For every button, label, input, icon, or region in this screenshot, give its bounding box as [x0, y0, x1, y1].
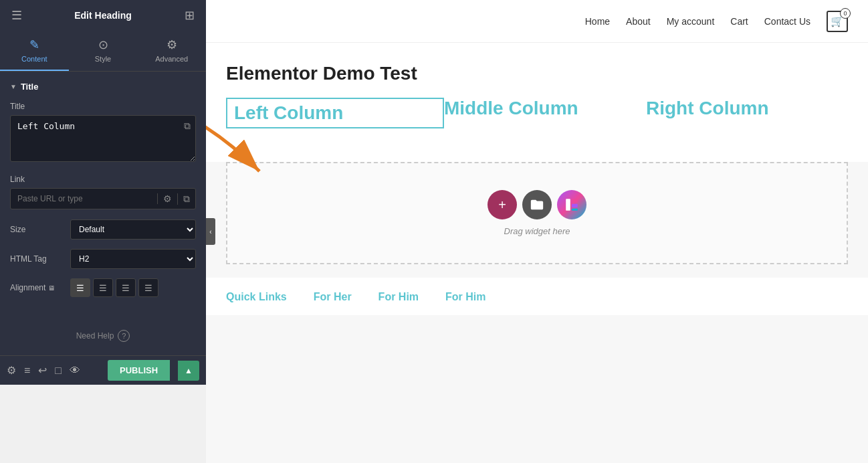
- title-field-label: Title: [10, 102, 196, 111]
- size-select[interactable]: Default Small Medium Large XL XXL: [70, 219, 196, 240]
- right-column-heading[interactable]: Right Column: [646, 98, 848, 128]
- footer-col-2-title: For Her: [314, 291, 352, 303]
- content-tab-icon: ✎: [29, 37, 39, 52]
- size-control: Default Small Medium Large XL XXL: [70, 219, 196, 240]
- tab-content-label: Content: [21, 55, 47, 63]
- svg-rect-4: [572, 209, 578, 211]
- collapse-handle[interactable]: ‹: [206, 218, 215, 245]
- grid-icon[interactable]: ⊞: [179, 8, 199, 23]
- empty-section: + Drag widget here: [226, 162, 848, 264]
- nav-contact[interactable]: Contact Us: [764, 16, 810, 27]
- footer-col-4: For Him: [445, 291, 485, 308]
- bottom-bar: ⚙ ≡ ↩ □ 👁 PUBLISH ▲: [0, 355, 206, 385]
- page-content: Elementor Demo Test Left Column Middle C…: [206, 43, 868, 162]
- align-right-btn[interactable]: ☰: [116, 278, 136, 297]
- tab-advanced[interactable]: ⚙ Advanced: [137, 31, 206, 71]
- style-tab-icon: ⊙: [98, 37, 108, 52]
- alignment-control: ☰ ☰ ☰ ☰: [70, 278, 196, 297]
- footer-col-3-title: For Him: [378, 291, 419, 303]
- nav-home[interactable]: Home: [585, 16, 610, 27]
- footer-col-4-title: For Him: [445, 291, 485, 303]
- nav-about[interactable]: About: [626, 16, 651, 27]
- svg-rect-2: [572, 199, 578, 202]
- need-help-section[interactable]: Need Help ?: [0, 316, 206, 355]
- alignment-buttons: ☰ ☰ ☰ ☰: [70, 278, 196, 297]
- nav-myaccount[interactable]: My account: [667, 16, 715, 27]
- site-header: Home About My account Cart Contact Us 🛒 …: [206, 0, 868, 43]
- link-settings-icon[interactable]: ⚙: [157, 193, 177, 204]
- size-label: Size: [10, 225, 70, 234]
- preview-icon[interactable]: 👁: [70, 365, 80, 377]
- left-column-heading[interactable]: Left Column: [226, 98, 444, 128]
- publish-button[interactable]: PUBLISH: [108, 360, 170, 381]
- html-tag-select[interactable]: H1 H2 H3 H4 H5 H6 div span p: [70, 249, 196, 269]
- align-justify-btn[interactable]: ☰: [138, 278, 158, 297]
- advanced-tab-icon: ⚙: [167, 37, 177, 52]
- middle-column-heading[interactable]: Middle Column: [444, 98, 646, 128]
- svg-rect-1: [566, 199, 570, 211]
- footer-col-3: For Him: [378, 291, 419, 308]
- tab-style[interactable]: ⊙ Style: [69, 31, 138, 71]
- section-title-label: Title: [21, 82, 39, 92]
- cart-count: 0: [840, 8, 851, 19]
- html-tag-control: H1 H2 H3 H4 H5 H6 div span p: [70, 249, 196, 269]
- responsive-icon[interactable]: □: [55, 365, 62, 377]
- link-field-label: Link: [10, 175, 196, 184]
- align-left-btn[interactable]: ☰: [70, 278, 90, 297]
- drag-widget-text: Drag widget here: [504, 226, 570, 236]
- undo-icon[interactable]: ↩: [38, 364, 47, 377]
- title-input-copy-icon[interactable]: ⧉: [184, 120, 191, 132]
- panel-content: ▼ Title Title Left Column ⧉ Link ⚙ ⧉: [0, 72, 206, 316]
- footer-col-1: Quick Links: [226, 291, 287, 308]
- alignment-device-icon: 🖥: [48, 284, 55, 292]
- add-widget-btn[interactable]: +: [487, 190, 517, 219]
- size-row: Size Default Small Medium Large XL XXL: [10, 219, 196, 240]
- html-tag-row: HTML Tag H1 H2 H3 H4 H5 H6 div span p: [10, 249, 196, 269]
- link-input-row: ⚙ ⧉: [10, 188, 196, 209]
- need-help-label: Need Help: [76, 331, 114, 341]
- link-copy-icon[interactable]: ⧉: [177, 193, 195, 205]
- help-icon: ?: [118, 330, 130, 342]
- columns-row: Left Column Middle Column Right Column: [226, 98, 848, 128]
- widget-icons: +: [487, 190, 586, 219]
- sidebar: ✎ Content ⊙ Style ⚙ Advanced ▼ Title: [0, 31, 206, 355]
- link-input[interactable]: [11, 189, 157, 209]
- sidebar-tabs: ✎ Content ⊙ Style ⚙ Advanced: [0, 31, 206, 72]
- columns-section: Left Column Middle Column Right Column: [226, 98, 848, 128]
- html-tag-label: HTML Tag: [10, 254, 70, 264]
- publish-arrow-btn[interactable]: ▲: [178, 361, 199, 381]
- title-input-wrapper: Left Column ⧉: [10, 115, 196, 165]
- svg-rect-3: [572, 204, 578, 207]
- footer-col-2: For Her: [314, 291, 352, 308]
- site-nav: Home About My account Cart Contact Us 🛒 …: [585, 11, 848, 32]
- elementor-widget-btn[interactable]: [557, 190, 586, 219]
- footer-section: Quick Links For Her For Him For Him: [206, 278, 868, 315]
- folder-widget-btn[interactable]: [522, 190, 552, 219]
- nav-cart[interactable]: Cart: [730, 16, 748, 27]
- section-arrow-icon: ▼: [10, 83, 17, 90]
- layers-icon[interactable]: ≡: [24, 365, 30, 377]
- tab-advanced-label: Advanced: [155, 55, 188, 63]
- page-title: Elementor Demo Test: [226, 63, 848, 84]
- alignment-row: Alignment 🖥 ☰ ☰ ☰ ☰: [10, 278, 196, 297]
- top-bar: ☰ Edit Heading ⊞: [0, 0, 206, 31]
- tab-style-label: Style: [95, 55, 111, 63]
- footer-col-1-title: Quick Links: [226, 291, 287, 303]
- canvas-area: Home About My account Cart Contact Us 🛒 …: [206, 0, 868, 463]
- tab-content[interactable]: ✎ Content: [0, 31, 69, 71]
- title-input[interactable]: Left Column: [10, 115, 196, 162]
- hamburger-icon[interactable]: ☰: [7, 8, 27, 23]
- cart-icon[interactable]: 🛒 0: [827, 11, 848, 32]
- title-section-header[interactable]: ▼ Title: [10, 82, 196, 92]
- panel-title: Edit Heading: [27, 10, 179, 21]
- settings-icon[interactable]: ⚙: [7, 364, 16, 377]
- alignment-label: Alignment 🖥: [10, 283, 70, 292]
- align-center-btn[interactable]: ☰: [93, 278, 113, 297]
